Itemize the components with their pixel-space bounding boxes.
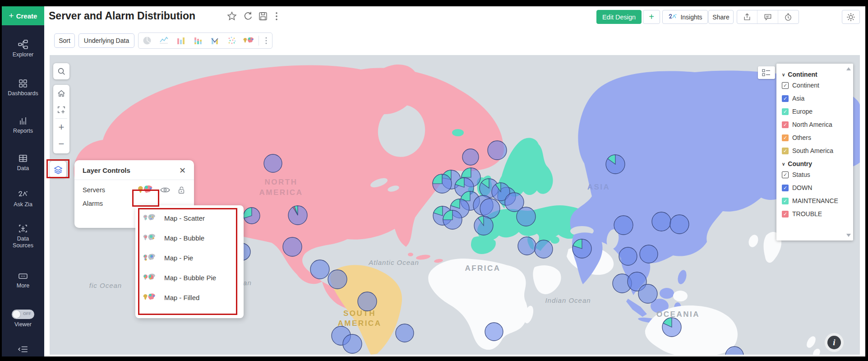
- menu-item-map-pie[interactable]: Map - Pie: [135, 248, 244, 268]
- pie-marker[interactable]: [640, 245, 658, 263]
- checkbox[interactable]: [782, 108, 789, 115]
- pie-marker[interactable]: [328, 270, 347, 289]
- pie-marker[interactable]: [462, 149, 479, 165]
- more-options-kebab-icon[interactable]: [271, 11, 282, 22]
- favorite-star-icon[interactable]: [226, 11, 237, 22]
- more-chart-types-button[interactable]: [260, 33, 272, 48]
- legend-group-country[interactable]: ∨ Country: [782, 160, 853, 167]
- sidebar-item-explorer[interactable]: Explorer: [2, 40, 44, 58]
- pie-marker[interactable]: [614, 216, 633, 235]
- chart-type-scatter[interactable]: [223, 33, 240, 48]
- pie-marker[interactable]: [535, 240, 553, 258]
- pie-marker[interactable]: [358, 292, 377, 311]
- chart-type-pie[interactable]: [139, 33, 156, 48]
- checkbox[interactable]: [782, 211, 789, 218]
- pie-marker[interactable]: [480, 199, 500, 218]
- map-zoom-out-button[interactable]: −: [53, 135, 69, 152]
- map-zoom-in-button[interactable]: +: [53, 119, 69, 135]
- legend-item[interactable]: DOWN: [782, 184, 853, 191]
- alerts-button[interactable]: [778, 10, 799, 23]
- pie-marker[interactable]: [652, 212, 671, 231]
- checkbox[interactable]: [782, 171, 789, 178]
- pie-marker[interactable]: [310, 260, 329, 279]
- sidebar-item-data-sources[interactable]: Data Sources: [2, 224, 44, 249]
- sort-button[interactable]: Sort: [54, 33, 75, 48]
- checkbox[interactable]: [782, 185, 789, 191]
- menu-item-map-filled[interactable]: Map - Filled: [135, 287, 244, 307]
- pie-marker[interactable]: [396, 324, 414, 342]
- underlying-data-button[interactable]: Underlying Data: [78, 33, 134, 48]
- chart-type-line[interactable]: [156, 33, 173, 48]
- sidebar-item-reports[interactable]: Reports: [2, 116, 44, 134]
- sidebar-item-dashboards[interactable]: Dashboards: [2, 79, 44, 97]
- pie-marker[interactable]: [670, 215, 689, 234]
- map-search-button[interactable]: [53, 63, 69, 79]
- map-zoom-selection-button[interactable]: [53, 102, 69, 118]
- menu-item-map-bubble[interactable]: Map - Bubble: [135, 228, 244, 248]
- reports-icon: [18, 116, 28, 126]
- pie-marker[interactable]: [485, 323, 503, 341]
- edit-design-button[interactable]: Edit Design: [596, 10, 642, 24]
- map-info-button[interactable]: i: [825, 333, 844, 352]
- legend-item[interactable]: TROUBLE: [782, 210, 853, 218]
- scroll-up-arrow[interactable]: [846, 67, 851, 70]
- save-icon[interactable]: [258, 11, 268, 22]
- pie-marker[interactable]: [518, 237, 536, 255]
- legend-scrollbar[interactable]: [846, 66, 851, 238]
- checkbox[interactable]: [782, 82, 789, 89]
- unlock-icon[interactable]: [177, 185, 186, 194]
- pie-marker[interactable]: [638, 284, 657, 303]
- chart-type-bar[interactable]: [172, 33, 189, 48]
- checkbox[interactable]: [782, 121, 789, 128]
- settings-button[interactable]: [842, 10, 860, 24]
- checkbox[interactable]: [782, 198, 789, 204]
- layer-name[interactable]: Servers: [83, 186, 137, 194]
- checkbox[interactable]: [782, 134, 789, 141]
- chart-type-map[interactable]: [240, 33, 258, 48]
- viewer-toggle[interactable]: OFF: [12, 310, 34, 319]
- comments-button[interactable]: [757, 10, 778, 23]
- layer-map-type-icon[interactable]: [137, 185, 153, 195]
- pie-marker[interactable]: [619, 247, 637, 265]
- toggle-state-label: OFF: [23, 311, 31, 316]
- refresh-icon[interactable]: [243, 11, 254, 22]
- legend-item[interactable]: MAINTENANCE: [782, 197, 853, 204]
- checkbox[interactable]: [782, 95, 789, 102]
- sidebar-item-more[interactable]: More: [2, 272, 44, 289]
- legend-item[interactable]: Continent: [782, 82, 853, 89]
- legend-item[interactable]: Status: [782, 171, 853, 178]
- gear-icon: [846, 12, 856, 22]
- scroll-down-arrow[interactable]: [846, 234, 851, 237]
- sidebar-item-ask-zia[interactable]: Ask Zia: [2, 190, 44, 208]
- legend-item[interactable]: Asia: [782, 95, 853, 102]
- menu-item-map-bubble-pie[interactable]: Map - Bubble Pie: [135, 268, 244, 287]
- legend-item[interactable]: Europe: [782, 108, 853, 115]
- legend-item[interactable]: Others: [782, 134, 853, 141]
- sidebar-item-data[interactable]: Data: [2, 153, 44, 172]
- chart-type-stacked-bar[interactable]: [189, 33, 207, 48]
- export-button[interactable]: [737, 10, 757, 23]
- menu-item-map-scatter[interactable]: Map - Scatter: [135, 208, 244, 228]
- pie-marker[interactable]: [264, 154, 282, 172]
- legend-item[interactable]: North America: [782, 121, 853, 128]
- pie-marker[interactable]: [343, 334, 362, 353]
- share-button[interactable]: Share: [708, 10, 734, 24]
- pie-marker[interactable]: [488, 141, 507, 160]
- close-icon[interactable]: ✕: [179, 167, 186, 174]
- pie-marker[interactable]: [517, 207, 536, 226]
- create-button[interactable]: + Create: [2, 6, 44, 25]
- add-report-button[interactable]: +: [643, 10, 660, 24]
- chart-type-combo[interactable]: [206, 33, 223, 48]
- legend-item[interactable]: South America: [782, 147, 853, 154]
- layer-controls-button[interactable]: [50, 161, 66, 178]
- checkbox[interactable]: [782, 148, 789, 154]
- map-label: AMERICA: [259, 188, 303, 197]
- pie-marker[interactable]: [283, 237, 302, 256]
- legend-toggle-button[interactable]: [758, 66, 775, 79]
- legend-group-continent[interactable]: ∨ Continent: [782, 71, 853, 78]
- insights-button[interactable]: Insights: [662, 10, 708, 24]
- map-filled-icon: [143, 293, 156, 302]
- map-home-button[interactable]: [53, 85, 69, 102]
- collapse-sidebar-button[interactable]: [17, 344, 29, 356]
- visibility-eye-icon[interactable]: [160, 186, 171, 194]
